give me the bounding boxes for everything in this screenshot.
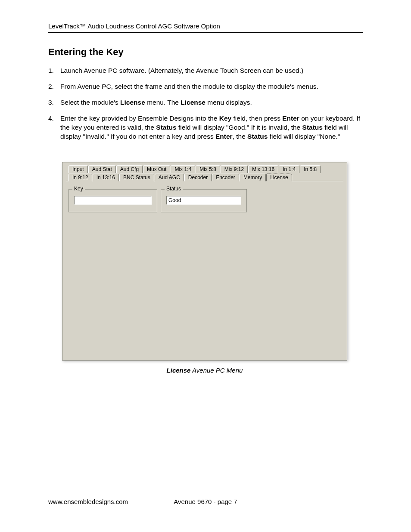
page-footer: www.ensembledesigns.com Avenue 9670 - pa… xyxy=(48,498,363,505)
step-item: 1. Launch Avenue PC software. (Alternate… xyxy=(48,66,363,75)
group-key-label: Key xyxy=(72,186,85,192)
step-text: From Avenue PC, select the frame and the… xyxy=(60,82,363,91)
figure-caption: License Avenue PC Menu xyxy=(62,367,347,374)
section-heading: Entering the Key xyxy=(48,47,363,58)
tab-decoder[interactable]: Decoder xyxy=(184,174,212,181)
page-header: LevelTrack™ Audio Loudness Control AGC S… xyxy=(48,22,363,33)
tab-aud-agc[interactable]: Aud AGC xyxy=(155,174,184,181)
step-item: 2. From Avenue PC, select the frame and … xyxy=(48,82,363,91)
tab-memory[interactable]: Memory xyxy=(240,174,266,181)
tab-body: Key Status Good xyxy=(66,181,343,358)
key-input[interactable] xyxy=(74,196,152,205)
group-status-label: Status xyxy=(165,186,183,192)
tab-bnc-status[interactable]: BNC Status xyxy=(119,174,154,181)
step-number: 4. xyxy=(48,114,60,141)
tab-aud-stat[interactable]: Aud Stat xyxy=(88,165,116,173)
tab-row-2: In 9:12 In 13:16 BNC Status Aud AGC Deco… xyxy=(66,173,343,181)
screenshot-panel: Input Aud Stat Aud Cfg Mux Out Mix 1:4 M… xyxy=(62,162,347,361)
tab-aud-cfg[interactable]: Aud Cfg xyxy=(116,165,143,173)
tab-mix-5-8[interactable]: Mix 5:8 xyxy=(196,165,220,173)
tab-rows: Input Aud Stat Aud Cfg Mux Out Mix 1:4 M… xyxy=(66,165,343,181)
caption-bold: License xyxy=(167,367,191,374)
status-field: Good xyxy=(166,196,241,205)
tab-in-1-4[interactable]: In 1:4 xyxy=(279,165,299,173)
caption-rest: Avenue PC Menu xyxy=(190,367,243,374)
tab-row-1: Input Aud Stat Aud Cfg Mux Out Mix 1:4 M… xyxy=(66,165,343,173)
step-item: 3. Select the module's License menu. The… xyxy=(48,98,363,107)
tab-in-13-16[interactable]: In 13:16 xyxy=(93,174,119,181)
step-text: Select the module's License menu. The Li… xyxy=(60,98,363,107)
group-status: Status Good xyxy=(161,189,247,212)
step-number: 1. xyxy=(48,66,60,75)
tab-mix-9-12[interactable]: Mix 9:12 xyxy=(221,165,248,173)
step-item: 4. Enter the key provided by Ensemble De… xyxy=(48,114,363,141)
step-text: Launch Avenue PC software. (Alternately,… xyxy=(60,66,363,75)
tab-mux-out[interactable]: Mux Out xyxy=(143,165,170,173)
footer-url: www.ensembledesigns.com xyxy=(48,498,128,505)
group-key: Key xyxy=(68,189,157,212)
step-number: 3. xyxy=(48,98,60,107)
tab-input[interactable]: Input xyxy=(68,165,88,173)
tab-in-5-8[interactable]: In 5:8 xyxy=(300,165,321,173)
tab-in-9-12[interactable]: In 9:12 xyxy=(68,174,92,181)
step-text: Enter the key provided by Ensemble Desig… xyxy=(60,114,363,141)
step-number: 2. xyxy=(48,82,60,91)
steps-list: 1. Launch Avenue PC software. (Alternate… xyxy=(48,66,363,141)
tab-mix-13-16[interactable]: Mix 13:16 xyxy=(248,165,278,173)
tab-license[interactable]: License xyxy=(266,174,292,181)
tab-encoder[interactable]: Encoder xyxy=(212,174,239,181)
tab-mix-1-4[interactable]: Mix 1:4 xyxy=(171,165,195,173)
footer-page: Avenue 9670 - page 7 xyxy=(174,498,237,505)
